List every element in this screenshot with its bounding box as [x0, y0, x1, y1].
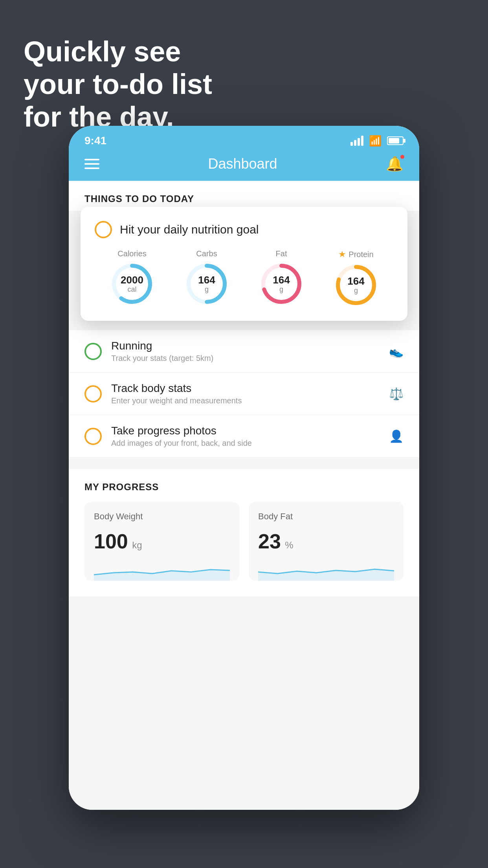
body-stats-icon: ⚖️: [389, 387, 404, 401]
calories-item: Calories 2000 cal: [110, 249, 154, 305]
carbs-unit: g: [198, 285, 215, 293]
status-bar: 9:41 📶: [69, 126, 419, 149]
fat-unit: g: [273, 285, 290, 293]
photos-icon: 👤: [389, 429, 404, 443]
body-fat-value-row: 23 %: [258, 530, 394, 553]
body-weight-value: 100: [94, 530, 128, 553]
nutrition-checkbox[interactable]: [95, 221, 112, 238]
body-fat-value: 23: [258, 530, 281, 553]
content-area: THINGS TO DO TODAY Hit your daily nutrit…: [69, 181, 419, 810]
phone-frame: 9:41 📶 Dashboard 🔔 THINGS TO DO TODAY: [69, 126, 419, 810]
things-to-do-header: THINGS TO DO TODAY: [69, 181, 419, 211]
todo-item-photos[interactable]: Take progress photos Add images of your …: [69, 415, 419, 457]
protein-unit: g: [347, 287, 364, 294]
running-name: Running: [111, 340, 380, 352]
fat-value: 164: [273, 274, 290, 286]
svg-marker-8: [94, 570, 230, 581]
body-stats-name: Track body stats: [111, 382, 380, 395]
progress-cards: Body Weight 100 kg Body Fat: [84, 502, 404, 596]
calories-value: 2000: [121, 274, 143, 286]
nav-bar: Dashboard 🔔: [69, 149, 419, 181]
calories-label: Calories: [117, 249, 146, 258]
svg-marker-9: [258, 569, 394, 581]
protein-value: 164: [347, 276, 364, 287]
notification-button[interactable]: 🔔: [386, 156, 404, 172]
running-text: Running Track your stats (target: 5km): [111, 340, 380, 363]
calories-circle: 2000 cal: [110, 262, 154, 305]
carbs-circle: 164 g: [185, 262, 228, 305]
card-header: Hit your daily nutrition goal: [95, 221, 393, 238]
body-fat-card[interactable]: Body Fat 23 %: [249, 502, 404, 581]
body-fat-label: Body Fat: [258, 511, 394, 522]
things-to-do-title: THINGS TO DO TODAY: [84, 193, 194, 204]
notification-badge: [400, 154, 405, 160]
body-weight-unit: kg: [132, 540, 142, 550]
fat-circle: 164 g: [260, 262, 303, 305]
protein-circle: 164 g: [334, 263, 378, 307]
progress-section: MY PROGRESS Body Weight 100 kg: [69, 469, 419, 596]
body-fat-sparkline: [258, 561, 394, 581]
status-icons: 📶: [350, 135, 404, 147]
nutrition-card[interactable]: Hit your daily nutrition goal Calories 2…: [81, 207, 407, 321]
todo-item-running[interactable]: Running Track your stats (target: 5km) 👟: [69, 330, 419, 373]
star-icon: ★: [338, 249, 346, 259]
protein-item: ★ Protein 164 g: [334, 249, 378, 307]
battery-icon: [387, 136, 404, 145]
photos-desc: Add images of your front, back, and side: [111, 439, 380, 448]
status-time: 9:41: [84, 134, 106, 147]
protein-label: ★ Protein: [338, 249, 373, 259]
photos-checkbox[interactable]: [84, 428, 102, 445]
todo-item-body-stats[interactable]: Track body stats Enter your weight and m…: [69, 373, 419, 415]
body-stats-text: Track body stats Enter your weight and m…: [111, 382, 380, 405]
menu-button[interactable]: [84, 159, 99, 169]
headline: Quickly see your to-do list for the day.: [24, 35, 212, 133]
body-stats-desc: Enter your weight and measurements: [111, 396, 380, 405]
carbs-item: Carbs 164 g: [185, 249, 228, 305]
calories-unit: cal: [121, 285, 143, 293]
body-weight-card[interactable]: Body Weight 100 kg: [84, 502, 239, 581]
nutrition-card-title: Hit your daily nutrition goal: [120, 223, 259, 236]
progress-title: MY PROGRESS: [84, 482, 404, 493]
running-checkbox[interactable]: [84, 343, 102, 360]
headline-line1: Quickly see: [24, 36, 181, 67]
carbs-label: Carbs: [196, 249, 217, 258]
wifi-icon: 📶: [369, 135, 382, 147]
carbs-value: 164: [198, 274, 215, 286]
running-desc: Track your stats (target: 5km): [111, 354, 380, 363]
body-weight-label: Body Weight: [94, 511, 230, 522]
fat-label: Fat: [276, 249, 287, 258]
todo-list: Running Track your stats (target: 5km) 👟…: [69, 330, 419, 457]
body-weight-sparkline: [94, 561, 230, 581]
signal-icon: [350, 136, 363, 146]
body-fat-unit: %: [285, 540, 293, 550]
nutrition-row: Calories 2000 cal Carbs: [95, 249, 393, 307]
nav-title: Dashboard: [208, 156, 277, 172]
fat-item: Fat 164 g: [260, 249, 303, 305]
body-weight-value-row: 100 kg: [94, 530, 230, 553]
photos-text: Take progress photos Add images of your …: [111, 425, 380, 448]
photos-name: Take progress photos: [111, 425, 380, 437]
body-stats-checkbox[interactable]: [84, 385, 102, 403]
headline-line2: your to-do list: [24, 68, 212, 100]
running-icon: 👟: [389, 344, 404, 358]
